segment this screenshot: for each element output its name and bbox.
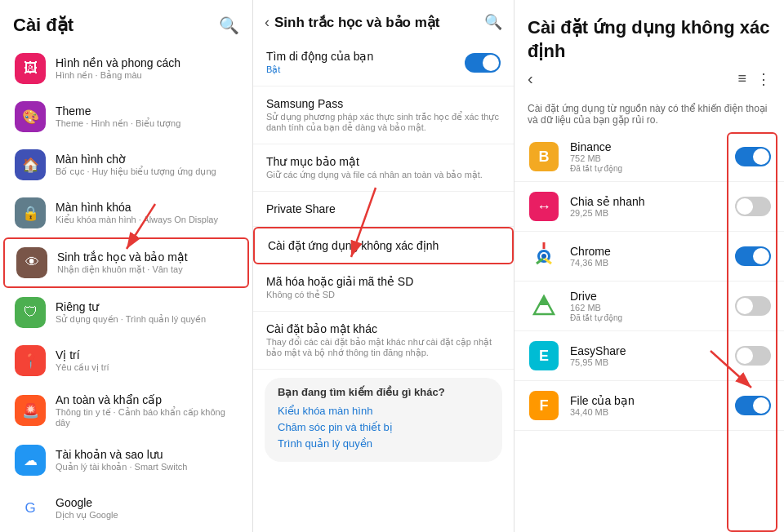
app-item-drive[interactable]: Drive 162 MB Đã tắt tự động — [514, 282, 784, 331]
app-name-5: File của bạn — [570, 394, 735, 407]
sidebar-icon-lockscreen: 🔒 — [15, 197, 46, 228]
search-link-2[interactable]: Trình quản lý quyền — [278, 437, 489, 450]
sidebar-sublabel-safety: Thông tin y tế · Cảnh báo khẩn cấp không… — [56, 407, 238, 428]
sidebar-label-homescreen: Màn hình chờ — [56, 153, 238, 166]
security-item-install-unknown[interactable]: Cài đặt ứng dụng không xác định — [253, 227, 514, 264]
sidebar-label-biometrics: Sinh trắc học và bảo mật — [57, 250, 236, 264]
sidebar-item-homescreen[interactable]: 🏠 Màn hình chờ Bố cục · Huy hiệu biểu tư… — [3, 141, 249, 188]
security-sub-other-security: Thay đổi các cài đặt bảo mật khác như cà… — [266, 337, 501, 358]
security-title: Sinh trắc học và bảo mật — [274, 14, 484, 31]
app-item-binance[interactable]: B Binance 752 MB Đã tắt tự động — [514, 132, 784, 182]
sidebar-icon-homescreen: 🏠 — [15, 149, 46, 180]
sidebar-icon-theme: 🎨 — [15, 101, 46, 132]
install-action-icons: ≡ ⋮ — [737, 70, 771, 88]
app-name-1: Chia sẻ nhanh — [570, 195, 735, 208]
security-label-secure-folder: Thư mục bảo mật — [266, 155, 501, 168]
install-nav: ‹ ≡ ⋮ — [528, 69, 771, 88]
panel-settings: Cài đặt 🔍 🖼 Hình nền và phong cách Hình … — [0, 0, 253, 532]
toggle-find-mobile[interactable] — [465, 53, 501, 73]
security-list: Tìm di động của bạn Bật Samsung Pass Sử … — [253, 39, 514, 532]
svg-text:F: F — [540, 397, 549, 414]
sidebar-label-google: Google — [56, 496, 238, 509]
settings-title: Cài đặt — [13, 15, 74, 36]
sidebar-icon-biometrics: 👁 — [16, 247, 47, 278]
sidebar-item-accounts[interactable]: ☁ Tài khoản và sao lưu Quản lý tài khoản… — [3, 437, 249, 484]
security-sub-samsung-pass: Sử dụng phương pháp xác thực sinh trắc h… — [266, 112, 501, 133]
svg-text:E: E — [539, 348, 549, 364]
security-item-samsung-pass[interactable]: Samsung Pass Sử dụng phương pháp xác thự… — [253, 86, 514, 144]
security-item-other-security[interactable]: Cài đặt bảo mật khác Thay đổi các cài đặ… — [253, 312, 514, 370]
svg-text:↔: ↔ — [537, 198, 551, 215]
sidebar-sublabel-privacy: Sử dụng quyền · Trình quản lý quyền — [56, 314, 238, 325]
security-item-private-share[interactable]: Private Share — [253, 192, 514, 227]
sidebar-icon-privacy: 🛡 — [15, 297, 46, 328]
sidebar-label-lockscreen: Màn hình khóa — [56, 201, 238, 214]
security-back-icon[interactable]: ‹ — [265, 14, 270, 31]
security-item-secure-folder[interactable]: Thư mục bảo mật Giữ các ứng dụng và file… — [253, 144, 514, 192]
app-size-3: 162 MB — [570, 303, 735, 313]
app-toggle-on[interactable] — [735, 147, 771, 166]
security-label-find-mobile: Tìm di động của bạn — [266, 50, 373, 63]
install-more-icon[interactable]: ⋮ — [756, 70, 771, 88]
sidebar-item-biometrics[interactable]: 👁 Sinh trắc học và bảo mật Nhận diện khu… — [3, 237, 249, 288]
sidebar-label-accounts: Tài khoản và sao lưu — [56, 448, 238, 461]
sidebar-item-location[interactable]: 📍 Vị trí Yêu cầu vị trí — [3, 337, 249, 384]
app-status-3: Đã tắt tự động — [570, 313, 735, 322]
app-name-4: EasyShare — [570, 344, 735, 357]
panel-install-unknown: Cài đặt ứng dụng không xác định ‹ ≡ ⋮ Cà… — [514, 0, 784, 532]
app-icon-Chrome — [528, 240, 560, 273]
app-item-chia-sẻ-nhanh[interactable]: ↔ Chia sẻ nhanh 29,25 MB — [514, 182, 784, 232]
app-toggle-on[interactable] — [735, 396, 771, 415]
sidebar-item-privacy[interactable]: 🛡 Riêng tư Sử dụng quyền · Trình quản lý… — [3, 289, 249, 336]
install-description: Cài đặt ứng dụng từ nguồn này có thể khi… — [514, 103, 784, 132]
app-list: B Binance 752 MB Đã tắt tự động ↔ Chia s… — [514, 132, 784, 532]
security-item-find-mobile[interactable]: Tìm di động của bạn Bật — [253, 39, 514, 86]
app-toggle-off[interactable] — [735, 346, 771, 366]
app-toggle-off[interactable] — [735, 296, 771, 316]
sidebar-item-wallpaper[interactable]: 🖼 Hình nền và phong cách Hình nền · Bảng… — [3, 45, 249, 92]
search-suggestions-title: Bạn đang tìm kiếm điều gì khác? — [278, 386, 489, 398]
security-search-icon[interactable]: 🔍 — [484, 13, 502, 31]
search-link-0[interactable]: Kiểu khóa màn hình — [278, 405, 489, 417]
app-size-5: 34,40 MB — [570, 407, 735, 417]
app-icon-EasyShare: E — [528, 339, 560, 372]
app-name-3: Drive — [570, 290, 735, 303]
app-status-0: Đã tắt tự động — [570, 164, 735, 173]
security-label-private-share: Private Share — [266, 202, 501, 215]
sidebar-item-lockscreen[interactable]: 🔒 Màn hình khóa Kiểu khóa màn hình · Alw… — [3, 189, 249, 237]
app-icon-Binance: B — [528, 140, 560, 173]
app-item-file-của-bạn[interactable]: F File của bạn 34,40 MB — [514, 381, 784, 431]
sidebar-item-theme[interactable]: 🎨 Theme Theme · Hình nền · Biểu tượng — [3, 93, 249, 140]
sidebar-sublabel-theme: Theme · Hình nền · Biểu tượng — [56, 118, 238, 129]
panel-security: ‹ Sinh trắc học và bảo mật 🔍 Tìm di động… — [253, 0, 514, 532]
app-icon-Chia sẻ nhanh: ↔ — [528, 190, 560, 223]
install-filter-icon[interactable]: ≡ — [737, 70, 746, 88]
sidebar-item-google[interactable]: G Google Dịch vụ Google — [3, 485, 249, 532]
install-title: Cài đặt ứng dụng không xác định — [528, 16, 771, 63]
security-item-encrypt-sd[interactable]: Mã hóa hoặc giải mã thẻ SD Không có thẻ … — [253, 264, 514, 312]
security-sub-encrypt-sd: Không có thẻ SD — [266, 290, 501, 300]
install-header: Cài đặt ứng dụng không xác định ‹ ≡ ⋮ — [514, 0, 784, 103]
sidebar-label-theme: Theme — [56, 104, 238, 117]
search-link-1[interactable]: Chăm sóc pin và thiết bị — [278, 421, 489, 433]
app-item-easyshare[interactable]: E EasyShare 75,95 MB — [514, 331, 784, 381]
app-item-chrome[interactable]: Chrome 74,36 MB — [514, 232, 784, 282]
sidebar-icon-safety: 🚨 — [15, 395, 46, 426]
app-name-0: Binance — [570, 140, 735, 153]
security-sub-find-mobile: Bật — [266, 64, 373, 75]
security-label-other-security: Cài đặt bảo mật khác — [266, 322, 501, 335]
sidebar-sublabel-lockscreen: Kiểu khóa màn hình · Always On Display — [56, 215, 238, 225]
install-back-icon[interactable]: ‹ — [528, 69, 533, 88]
app-toggle-off[interactable] — [735, 197, 771, 216]
sidebar-sublabel-accounts: Quản lý tài khoản · Smart Switch — [56, 462, 238, 472]
app-size-1: 29,25 MB — [570, 208, 735, 218]
app-icon-File của bạn: F — [528, 389, 560, 422]
sidebar-item-safety[interactable]: 🚨 An toàn và khẩn cấp Thông tin y tế · C… — [3, 385, 249, 436]
security-label-encrypt-sd: Mã hóa hoặc giải mã thẻ SD — [266, 275, 501, 288]
sidebar-label-wallpaper: Hình nền và phong cách — [56, 56, 238, 69]
app-size-4: 75,95 MB — [570, 357, 735, 367]
app-toggle-on[interactable] — [735, 246, 771, 266]
settings-search-icon[interactable]: 🔍 — [219, 16, 239, 35]
security-label-install-unknown: Cài đặt ứng dụng không xác định — [268, 239, 499, 252]
sidebar-sublabel-google: Dịch vụ Google — [56, 510, 238, 521]
